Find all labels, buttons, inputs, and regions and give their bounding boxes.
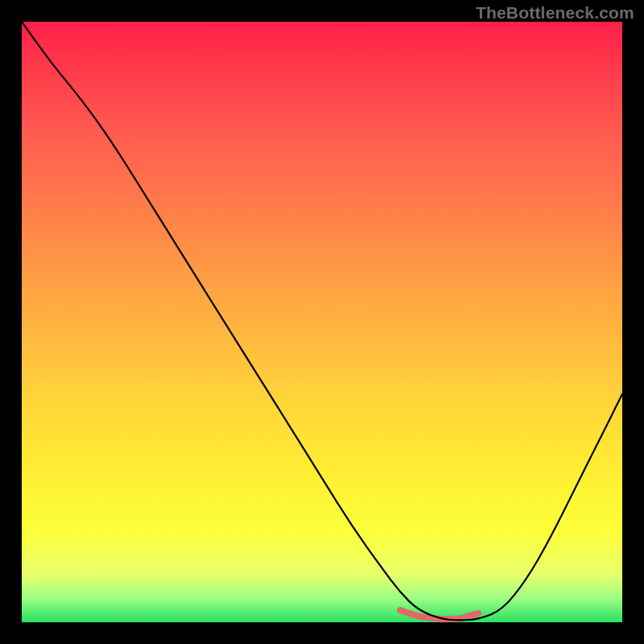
chart-plot-area — [22, 22, 622, 622]
chart-svg — [22, 22, 622, 622]
chart-curve-group — [22, 22, 622, 620]
bottleneck-curve — [22, 22, 622, 620]
chart-frame: TheBottleneck.com — [0, 0, 644, 644]
watermark-text: TheBottleneck.com — [476, 3, 634, 23]
